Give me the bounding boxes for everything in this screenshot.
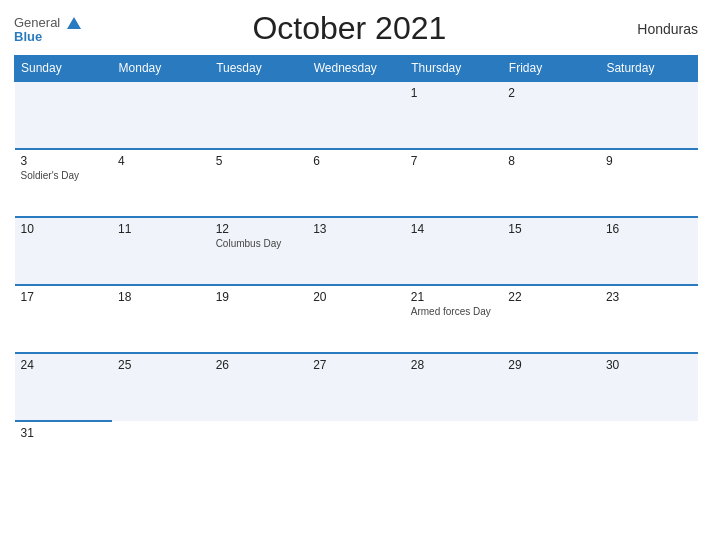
calendar-cell	[112, 421, 210, 489]
logo-triangle-icon	[67, 17, 81, 29]
day-number: 20	[313, 290, 399, 304]
day-number: 3	[21, 154, 107, 168]
day-number: 25	[118, 358, 204, 372]
country-label: Honduras	[618, 21, 698, 37]
calendar-week-row: 24252627282930	[15, 353, 698, 421]
day-number: 24	[21, 358, 107, 372]
calendar-cell	[210, 81, 308, 149]
calendar-cell: 9	[600, 149, 698, 217]
calendar-week-row: 101112Columbus Day13141516	[15, 217, 698, 285]
day-number: 22	[508, 290, 594, 304]
calendar-cell	[600, 421, 698, 489]
day-number: 13	[313, 222, 399, 236]
calendar-cell: 27	[307, 353, 405, 421]
calendar-cell: 25	[112, 353, 210, 421]
day-number: 11	[118, 222, 204, 236]
day-number: 15	[508, 222, 594, 236]
calendar-week-row: 31	[15, 421, 698, 489]
calendar-table: Sunday Monday Tuesday Wednesday Thursday…	[14, 55, 698, 489]
calendar-week-row: 12	[15, 81, 698, 149]
day-number: 4	[118, 154, 204, 168]
logo-blue-text: Blue	[14, 30, 42, 43]
header-friday: Friday	[502, 56, 600, 82]
calendar-week-row: 3Soldier's Day456789	[15, 149, 698, 217]
day-number: 31	[21, 426, 107, 440]
calendar-cell: 17	[15, 285, 113, 353]
calendar-cell	[307, 421, 405, 489]
logo: General Blue	[14, 14, 81, 43]
calendar-cell	[112, 81, 210, 149]
day-number: 9	[606, 154, 692, 168]
header-sunday: Sunday	[15, 56, 113, 82]
calendar-cell: 11	[112, 217, 210, 285]
header-wednesday: Wednesday	[307, 56, 405, 82]
day-number: 26	[216, 358, 302, 372]
day-number: 6	[313, 154, 399, 168]
calendar-cell: 26	[210, 353, 308, 421]
calendar-cell: 18	[112, 285, 210, 353]
calendar-cell: 16	[600, 217, 698, 285]
calendar-cell: 12Columbus Day	[210, 217, 308, 285]
day-number: 17	[21, 290, 107, 304]
calendar-week-row: 1718192021Armed forces Day2223	[15, 285, 698, 353]
calendar-cell: 31	[15, 421, 113, 489]
day-number: 1	[411, 86, 497, 100]
day-number: 30	[606, 358, 692, 372]
day-number: 2	[508, 86, 594, 100]
calendar-cell	[210, 421, 308, 489]
calendar-header: General Blue October 2021 Honduras	[14, 10, 698, 47]
day-number: 23	[606, 290, 692, 304]
event-label: Columbus Day	[216, 238, 302, 250]
calendar-cell: 14	[405, 217, 503, 285]
event-label: Soldier's Day	[21, 170, 107, 182]
calendar-cell: 10	[15, 217, 113, 285]
calendar-cell: 30	[600, 353, 698, 421]
calendar-cell: 28	[405, 353, 503, 421]
calendar-cell	[405, 421, 503, 489]
calendar-cell	[600, 81, 698, 149]
calendar-cell: 21Armed forces Day	[405, 285, 503, 353]
event-label: Armed forces Day	[411, 306, 497, 318]
header-thursday: Thursday	[405, 56, 503, 82]
day-number: 29	[508, 358, 594, 372]
calendar-cell	[15, 81, 113, 149]
calendar-cell: 24	[15, 353, 113, 421]
calendar-cell: 7	[405, 149, 503, 217]
day-number: 14	[411, 222, 497, 236]
calendar-cell: 8	[502, 149, 600, 217]
header-saturday: Saturday	[600, 56, 698, 82]
day-number: 16	[606, 222, 692, 236]
day-number: 18	[118, 290, 204, 304]
calendar-cell: 22	[502, 285, 600, 353]
calendar-cell: 13	[307, 217, 405, 285]
header-tuesday: Tuesday	[210, 56, 308, 82]
day-number: 27	[313, 358, 399, 372]
weekday-header-row: Sunday Monday Tuesday Wednesday Thursday…	[15, 56, 698, 82]
calendar-cell: 23	[600, 285, 698, 353]
calendar-cell: 1	[405, 81, 503, 149]
calendar-cell: 4	[112, 149, 210, 217]
calendar-cell: 19	[210, 285, 308, 353]
day-number: 8	[508, 154, 594, 168]
day-number: 12	[216, 222, 302, 236]
day-number: 19	[216, 290, 302, 304]
header-monday: Monday	[112, 56, 210, 82]
calendar-title: October 2021	[81, 10, 618, 47]
day-number: 10	[21, 222, 107, 236]
calendar-cell: 29	[502, 353, 600, 421]
calendar-cell: 15	[502, 217, 600, 285]
calendar-cell: 6	[307, 149, 405, 217]
calendar-cell: 2	[502, 81, 600, 149]
day-number: 5	[216, 154, 302, 168]
calendar-cell	[307, 81, 405, 149]
day-number: 7	[411, 154, 497, 168]
calendar-cell	[502, 421, 600, 489]
day-number: 28	[411, 358, 497, 372]
calendar-cell: 5	[210, 149, 308, 217]
calendar-container: General Blue October 2021 Honduras Sunda…	[0, 0, 712, 550]
calendar-cell: 20	[307, 285, 405, 353]
day-number: 21	[411, 290, 497, 304]
logo-general-text: General	[14, 14, 81, 30]
calendar-cell: 3Soldier's Day	[15, 149, 113, 217]
